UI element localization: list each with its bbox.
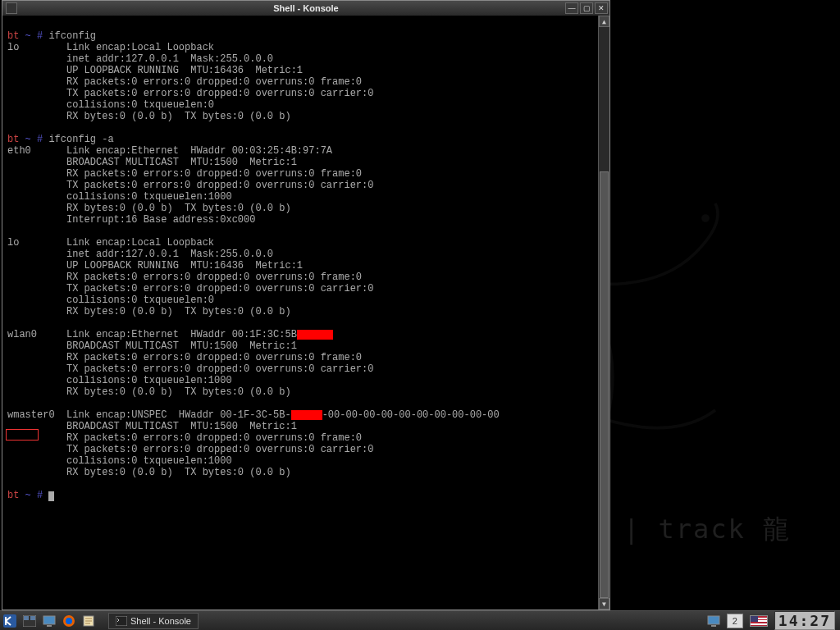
task-label: Shell - Konsole <box>130 616 191 626</box>
terminal-scrollbar[interactable]: ▲ ▼ <box>598 16 609 609</box>
out-line: inet addr:127.0.0.1 Mask:255.0.0.0 <box>7 249 273 260</box>
out-line: TX packets:0 errors:0 dropped:0 overruns… <box>7 363 373 375</box>
out-line: BROADCAST MULTICAST MTU:1500 Metric:1 <box>7 340 297 352</box>
redacted-mac <box>297 330 333 340</box>
out-line: collisions:0 txqueuelen:1000 <box>7 375 232 386</box>
out-line: RX packets:0 errors:0 dropped:0 overruns… <box>7 352 362 363</box>
svg-point-8 <box>66 618 72 624</box>
out-line: RX packets:0 errors:0 dropped:0 overruns… <box>7 272 362 283</box>
out-line: TX packets:0 errors:0 dropped:0 overruns… <box>7 283 373 294</box>
prompt-path: ~ # <box>19 490 48 501</box>
window-title: Shell - Konsole <box>273 3 338 13</box>
clock[interactable]: 14:27 <box>774 611 835 630</box>
prompt-host: bt <box>7 490 19 501</box>
svg-rect-11 <box>708 616 719 624</box>
firefox-button[interactable] <box>61 613 77 629</box>
out-line: Interrupt:16 Base address:0xc000 <box>7 214 255 226</box>
out-line: RX bytes:0 (0.0 b) TX bytes:0 (0.0 b) <box>7 306 291 317</box>
out-line: UP LOOPBACK RUNNING MTU:16436 Metric:1 <box>7 65 303 76</box>
out-line: -00-00-00-00-00-00-00-00-00-00 <box>322 409 500 421</box>
notes-button[interactable] <box>80 613 97 629</box>
scroll-down-button[interactable]: ▼ <box>599 598 609 609</box>
out-line: TX packets:0 errors:0 dropped:0 overruns… <box>7 88 373 99</box>
scroll-up-button[interactable]: ▲ <box>599 16 609 27</box>
out-line: eth0 Link encap:Ethernet HWaddr 00:03:25… <box>7 145 332 157</box>
out-line: RX bytes:0 (0.0 b) TX bytes:0 (0.0 b) <box>7 203 291 214</box>
out-line: collisions:0 txqueuelen:1000 <box>7 191 232 203</box>
titlebar[interactable]: Shell - Konsole — ▢ ✕ <box>2 1 609 16</box>
terminal-icon <box>116 616 127 626</box>
prompt-host: bt <box>7 30 19 42</box>
display-button[interactable] <box>41 613 57 629</box>
prompt-host: bt <box>7 134 19 145</box>
out-line: lo Link encap:Local Loopback <box>7 42 214 53</box>
keyboard-layout-us[interactable] <box>750 615 768 627</box>
tray-display-icon[interactable] <box>705 613 722 629</box>
out-line: collisions:0 txqueuelen:0 <box>7 294 214 306</box>
svg-rect-10 <box>116 616 127 626</box>
out-line: RX bytes:0 (0.0 b) TX bytes:0 (0.0 b) <box>7 467 291 478</box>
svg-rect-3 <box>24 616 29 620</box>
redacted-mac <box>291 410 322 420</box>
minimize-button[interactable]: — <box>565 2 578 14</box>
svg-rect-6 <box>47 625 52 627</box>
out-line: UP LOOPBACK RUNNING MTU:16436 Metric:1 <box>7 260 303 272</box>
prompt-path: ~ # <box>19 134 48 145</box>
out-line: wmaster0 Link encap:UNSPEC HWaddr 00-1F-… <box>7 409 291 421</box>
out-line: RX packets:0 errors:0 dropped:0 overruns… <box>7 432 362 444</box>
window-icon <box>6 2 17 14</box>
out-line: RX packets:0 errors:0 dropped:0 overruns… <box>7 168 362 180</box>
out-line: inet addr:127.0.0.1 Mask:255.0.0.0 <box>7 53 273 65</box>
konsole-window: Shell - Konsole — ▢ ✕ bt ~ # ifconfig lo… <box>2 0 610 610</box>
out-line: lo Link encap:Local Loopback <box>7 237 214 249</box>
taskbar-separator <box>100 613 105 629</box>
out-line: RX bytes:0 (0.0 b) TX bytes:0 (0.0 b) <box>7 111 291 122</box>
kmenu-button[interactable] <box>2 613 18 629</box>
svg-rect-5 <box>43 616 55 624</box>
out-line: BROADCAST MULTICAST MTU:1500 Metric:1 <box>7 421 297 432</box>
svg-point-0 <box>701 214 710 222</box>
prompt-path: ~ # <box>19 30 48 42</box>
out-line: collisions:0 txqueuelen:1000 <box>7 455 232 467</box>
taskbar: Shell - Konsole 2 14:27 <box>0 610 840 630</box>
out-line: collisions:0 txqueuelen:0 <box>7 99 214 111</box>
command-1: ifconfig <box>48 30 96 42</box>
command-2: ifconfig -a <box>48 134 113 145</box>
cursor <box>48 491 54 501</box>
close-button[interactable]: ✕ <box>595 2 608 14</box>
out-line: RX packets:0 errors:0 dropped:0 overruns… <box>7 76 362 88</box>
svg-rect-12 <box>711 625 716 627</box>
show-desktop-button[interactable] <box>21 613 38 629</box>
svg-rect-4 <box>30 616 35 620</box>
task-konsole[interactable]: Shell - Konsole <box>108 613 199 629</box>
scroll-thumb[interactable] <box>600 171 609 598</box>
maximize-button[interactable]: ▢ <box>580 2 593 14</box>
out-line: RX bytes:0 (0.0 b) TX bytes:0 (0.0 b) <box>7 386 291 398</box>
desktop-pager[interactable]: 2 <box>727 614 743 628</box>
out-line: TX packets:0 errors:0 dropped:0 overruns… <box>7 444 373 455</box>
out-line: wlan0 Link encap:Ethernet HWaddr 00:1F:3… <box>7 329 297 340</box>
terminal-output[interactable]: bt ~ # ifconfig lo Link encap:Local Loop… <box>2 16 609 609</box>
out-line: BROADCAST MULTICAST MTU:1500 Metric:1 <box>7 157 297 168</box>
out-line: TX packets:0 errors:0 dropped:0 overruns… <box>7 180 373 191</box>
